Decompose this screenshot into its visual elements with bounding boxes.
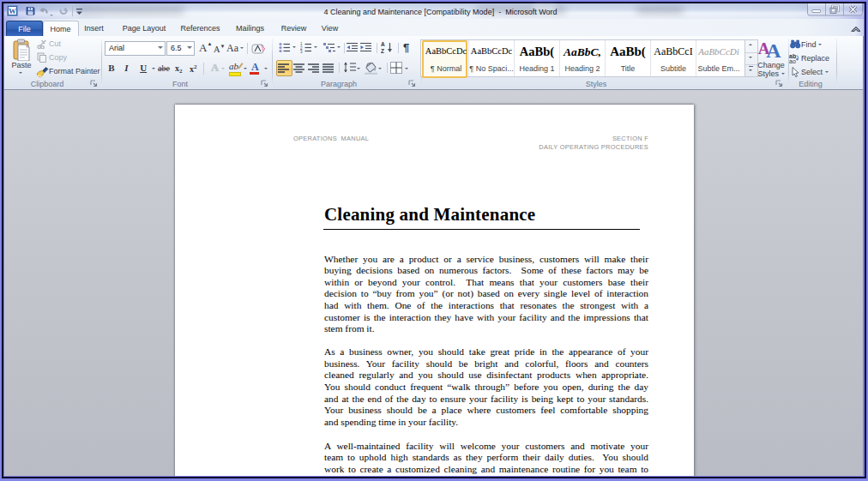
svg-text:W: W bbox=[9, 7, 16, 15]
svg-text:Z: Z bbox=[381, 48, 384, 54]
svg-text:A: A bbox=[766, 39, 781, 60]
svg-text:ao: ao bbox=[789, 58, 796, 63]
svg-text:3: 3 bbox=[300, 50, 303, 53]
svg-text:A: A bbox=[381, 41, 385, 47]
